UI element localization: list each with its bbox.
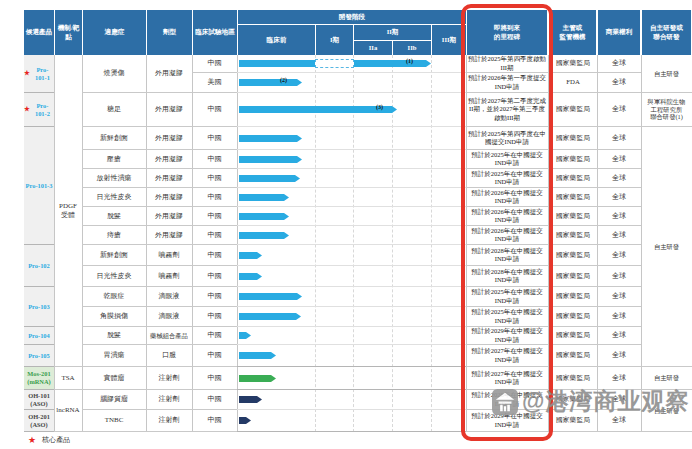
- region-cell: 中國: [192, 266, 237, 287]
- rights-cell: 全球: [597, 345, 641, 367]
- mechanism-cell: lncRNA: [54, 390, 82, 432]
- indication-cell: 放射性潰瘍: [82, 169, 146, 188]
- indication-cell: 痔瘡: [82, 226, 146, 245]
- col-header-rd: 自主研發或 聯合研發: [642, 10, 691, 55]
- dosage-cell: 外用凝膠: [146, 169, 192, 188]
- progress-bar-segment: [239, 60, 315, 67]
- indication-cell: 乾眼症: [82, 287, 146, 307]
- regulator-cell: 國家藥監局: [549, 266, 597, 287]
- rights-cell: 全球: [597, 307, 641, 327]
- product-cell: Pro-102: [24, 245, 54, 287]
- dosage-cell: 口服: [146, 345, 192, 367]
- rights-cell: 全球: [597, 127, 641, 150]
- dosage-cell: 藥械組合產品: [146, 327, 192, 345]
- indication-cell: 腦膠質瘤: [82, 390, 146, 410]
- phase-strip: [237, 245, 466, 266]
- progress-bar: [239, 156, 302, 163]
- phase-strip: [237, 390, 466, 410]
- watermark: @港湾商业观察: [492, 386, 689, 417]
- core-product-star-icon: ★: [28, 435, 36, 445]
- rights-cell: 全球: [597, 266, 641, 287]
- col-header-phase2: II期: [354, 25, 431, 40]
- regulator-cell: 國家藥監局: [549, 188, 597, 207]
- phase-strip: [237, 266, 466, 287]
- watermark-logo-icon: [492, 389, 518, 415]
- indication-cell: TNBC: [82, 410, 146, 432]
- region-cell: 中國: [192, 150, 237, 169]
- region-cell: 中國: [192, 207, 237, 226]
- region-cell: 中國: [192, 327, 237, 345]
- product-cell: Pro-105: [24, 345, 54, 367]
- indication-cell: 脫髮: [82, 207, 146, 226]
- rights-cell: 全球: [597, 93, 641, 127]
- regulator-cell: 國家藥監局: [549, 55, 597, 73]
- regulator-cell: 國家藥監局: [549, 150, 597, 169]
- region-cell: 中國: [192, 188, 237, 207]
- dosage-cell: 注射劑: [146, 390, 192, 410]
- dosage-cell: 注射劑: [146, 367, 192, 390]
- region-cell: 中國: [192, 287, 237, 307]
- col-header-stage-group: 開發階段: [238, 10, 466, 24]
- col-header-region: 臨床試驗地區: [193, 10, 237, 55]
- indication-cell: 角膜損傷: [82, 307, 146, 327]
- dosage-cell: 滴眼液: [146, 287, 192, 307]
- dosage-cell: 外用凝膠: [146, 207, 192, 226]
- progress-bar: [239, 175, 300, 182]
- dosage-cell: 噴霧劑: [146, 245, 192, 266]
- regulator-cell: 國家藥監局: [549, 207, 597, 226]
- product-cell: Pro-103: [24, 287, 54, 327]
- regulator-cell: 國家藥監局: [549, 245, 597, 266]
- pipeline-chart: 候選產品 機制/靶點 適應症 劑型 臨床試驗地區 開發階段 臨床前 I期 II期…: [0, 0, 692, 449]
- rights-cell: 全球: [597, 226, 641, 245]
- product-cell: OH-101 (ASO): [24, 390, 54, 410]
- col-header-phase2b: IIb: [393, 41, 431, 55]
- col-header-mechanism: 機制/靶點: [55, 10, 82, 55]
- dosage-cell: 外用凝膠: [146, 188, 192, 207]
- regulator-cell: 國家藥監局: [549, 226, 597, 245]
- milestone-highlight-box: [461, 4, 553, 441]
- dosage-cell: 滴眼液: [146, 307, 192, 327]
- core-product-star: ★: [24, 105, 30, 113]
- product-cell: ★Pro-101-1: [24, 55, 54, 93]
- region-cell: 中國: [192, 55, 237, 73]
- product-label: Pro-101-2: [31, 102, 54, 118]
- product-label: Pro-101-1: [31, 66, 54, 82]
- regulator-cell: 國家藥監局: [549, 327, 597, 345]
- indication-cell: 糖足: [82, 93, 146, 127]
- region-cell: 中國: [192, 245, 237, 266]
- rights-cell: 全球: [597, 287, 641, 307]
- indication-cell: 日光性皮炎: [82, 188, 146, 207]
- indication-cell: 新鮮創面: [82, 245, 146, 266]
- rights-cell: 全球: [597, 245, 641, 266]
- col-header-phase2a: IIa: [354, 41, 392, 55]
- progress-bar: [239, 352, 276, 359]
- rights-cell: 全球: [597, 327, 641, 345]
- progress-bar: [239, 135, 302, 142]
- region-cell: 中國: [192, 169, 237, 188]
- indication-cell: 實體瘤: [82, 367, 146, 390]
- rights-cell: 全球: [597, 188, 641, 207]
- progress-bar: [239, 194, 289, 201]
- rd-cell: 自主研發: [641, 55, 692, 93]
- core-product-legend: ★ 核心產品: [28, 435, 70, 445]
- regulator-cell: 國家藥監局: [549, 345, 597, 367]
- col-header-dosage: 劑型: [147, 10, 192, 55]
- col-header-indication: 適應症: [83, 10, 146, 55]
- rights-cell: 全球: [597, 169, 641, 188]
- regulator-cell: 國家藥監局: [549, 287, 597, 307]
- mechanism-cell: PDGF 受體: [54, 55, 82, 367]
- progress-bar: [354, 60, 431, 67]
- region-cell: 中國: [192, 390, 237, 410]
- progress-bar: [239, 79, 302, 86]
- rights-cell: 全球: [597, 73, 641, 93]
- dosage-cell: 外用凝膠: [146, 55, 192, 93]
- indication-cell: 日光性皮炎: [82, 266, 146, 287]
- indication-cell: 燒燙傷: [82, 55, 146, 93]
- product-cell: OH-201 (ASO): [24, 410, 54, 432]
- region-cell: 中國: [192, 127, 237, 150]
- rights-cell: 全球: [597, 55, 641, 73]
- product-cell-mrna: Mos-201 (mRNA): [24, 367, 54, 390]
- region-cell: 中國: [192, 307, 237, 327]
- watermark-text: @港湾商业观察: [522, 386, 689, 417]
- region-cell: 中國: [192, 410, 237, 432]
